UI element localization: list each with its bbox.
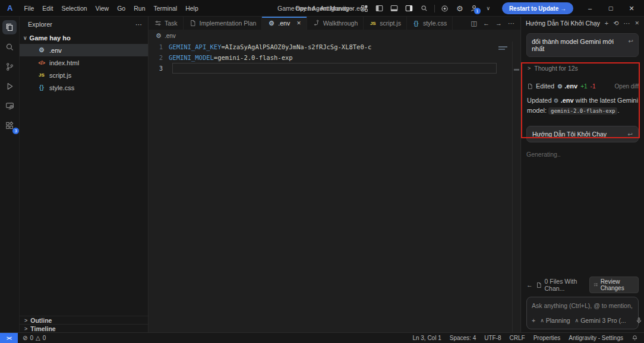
back-icon[interactable]: ←	[526, 281, 533, 288]
file-item-env[interactable]: ⚙ .env	[20, 44, 148, 56]
tab-style-css[interactable]: {} style.css	[407, 17, 453, 30]
css-file-icon: {}	[412, 20, 420, 27]
menu-help[interactable]: Help	[181, 3, 203, 14]
chevron-right-icon: >	[24, 317, 27, 323]
timeline-label: Timeline	[30, 325, 55, 332]
menu-run[interactable]: Run	[130, 3, 149, 14]
activity-remote-preview-icon[interactable]	[2, 99, 17, 113]
menu-view[interactable]: View	[91, 3, 113, 14]
timeline-section[interactable]: > Timeline	[20, 324, 148, 332]
menu-selection[interactable]: Selection	[57, 3, 91, 14]
toggle-secondary-sidebar-icon[interactable]	[405, 4, 414, 13]
activity-run-debug-icon[interactable]	[2, 79, 17, 93]
chat-input[interactable]	[532, 302, 633, 309]
activity-source-control-icon[interactable]	[2, 59, 17, 74]
chevron-down-icon[interactable]: ∨	[484, 4, 493, 13]
tab-task[interactable]: Task	[149, 17, 184, 30]
tab-implementation-plan[interactable]: Implementation Plan	[184, 17, 263, 30]
revert-icon[interactable]: ↩	[629, 38, 633, 52]
toggle-panel-icon[interactable]	[390, 4, 399, 13]
microphone-icon[interactable]	[636, 317, 642, 324]
file-item-script-js[interactable]: JS script.js	[20, 69, 148, 81]
agent-manager-icon[interactable]	[360, 4, 370, 13]
js-file-icon: JS	[37, 72, 46, 78]
edited-file[interactable]: ⚙ .env	[557, 82, 577, 90]
history-icon[interactable]: ⟲	[613, 20, 618, 27]
current-line-highlight	[172, 63, 497, 74]
notifications-bell-icon[interactable]	[632, 335, 638, 341]
indentation[interactable]: Spaces: 4	[450, 335, 476, 341]
menu-edit[interactable]: Edit	[38, 3, 57, 14]
navigate-back-icon[interactable]: ←	[483, 20, 490, 27]
breadcrumb[interactable]: ⚙ .env	[149, 30, 520, 42]
errors-icon[interactable]: ⊘	[23, 335, 27, 341]
gear-file-icon: ⚙	[37, 46, 46, 54]
editor-scrollbar[interactable]	[512, 42, 520, 332]
code-editor[interactable]: 1 GEMINI_API_KEY=AIzaSyAgAlPSAOZ0yJmNa-s…	[149, 42, 520, 332]
editor-more-icon[interactable]: ⋯	[508, 20, 514, 27]
folder-game-hay-ho[interactable]: ∨ Game hay ho	[20, 32, 148, 44]
explorer-sidebar: Explorer ⋯ ∨ Game hay ho ⚙ .env </> inde…	[19, 17, 149, 332]
close-window-button[interactable]: ✕	[624, 5, 639, 12]
navigate-forward-icon[interactable]: →	[495, 20, 502, 27]
open-agent-manager-button[interactable]: Open Agent Manager	[295, 5, 355, 12]
account-icon[interactable]: 1	[470, 4, 478, 12]
title-bar: A File Edit Selection View Go Run Termin…	[0, 0, 644, 17]
warnings-icon[interactable]: △	[36, 335, 40, 341]
close-panel-icon[interactable]: ✕	[634, 20, 639, 26]
agent-orb-icon[interactable]	[440, 4, 450, 13]
main-area: 3 Explorer ⋯ ∨ Game hay ho ⚙ .env </> in…	[0, 17, 644, 332]
minimize-button[interactable]: –	[582, 5, 598, 12]
tab-label: script.js	[380, 20, 401, 27]
planning-mode-dropdown[interactable]: ∧ Planning	[540, 317, 570, 324]
language-mode[interactable]: Properties	[533, 335, 561, 341]
new-chat-icon[interactable]: +	[605, 20, 608, 27]
menu-go[interactable]: Go	[113, 3, 130, 14]
activity-extensions-icon[interactable]: 3	[2, 118, 17, 132]
document-icon	[527, 83, 533, 90]
search-icon[interactable]	[419, 4, 429, 13]
tab-walkthrough[interactable]: Walkthrough	[307, 17, 364, 30]
restart-to-update-button[interactable]: Restart to Update →	[502, 2, 573, 14]
eol-sequence[interactable]: CRLF	[510, 335, 525, 341]
review-changes-button[interactable]: Review Changes	[589, 277, 639, 293]
close-tab-icon[interactable]: ✕	[296, 20, 301, 26]
tab-env[interactable]: ⚙ .env ✕	[262, 17, 307, 30]
maximize-button[interactable]: ▢	[603, 5, 618, 11]
menu-terminal[interactable]: Terminal	[149, 3, 181, 14]
add-context-icon[interactable]: +	[532, 317, 535, 324]
menu-file[interactable]: File	[20, 3, 38, 14]
folder-label: Game hay ho	[30, 34, 71, 42]
suggestion-button[interactable]: Hướng Dẫn Tôi Khởi Chạy ↩	[526, 126, 639, 142]
gear-file-icon: ⚙	[557, 83, 563, 90]
panel-more-icon[interactable]: ⋯	[623, 20, 630, 27]
gear-file-icon: ⚙	[554, 97, 559, 104]
file-item-style-css[interactable]: {} style.css	[20, 81, 148, 94]
activity-explorer-icon[interactable]	[2, 20, 17, 34]
outline-section[interactable]: > Outline	[20, 316, 148, 324]
remote-indicator[interactable]: ><	[0, 333, 18, 343]
chevron-right-icon: >	[24, 326, 27, 332]
errors-count[interactable]: 0	[30, 335, 33, 341]
explorer-more-icon[interactable]: ⋯	[135, 21, 142, 28]
file-item-index-html[interactable]: </> index.html	[20, 56, 148, 69]
minimap[interactable]	[497, 45, 510, 68]
activity-search-icon[interactable]	[2, 40, 17, 54]
toggle-sidebar-icon[interactable]	[375, 4, 384, 13]
antigravity-settings[interactable]: Antigravity - Settings	[569, 335, 623, 341]
gear-icon[interactable]: ⚙	[455, 4, 465, 13]
tab-label: style.css	[423, 20, 447, 27]
file-label: .env	[49, 47, 62, 54]
chat-input-box[interactable]: + ∧ Planning ∧ Gemini 3 Pro (...	[526, 297, 639, 329]
cursor-position[interactable]: Ln 3, Col 1	[412, 335, 441, 341]
thought-toggle[interactable]: > Thought for 12s	[528, 65, 639, 72]
user-message-text: đổi thành model Gemini mới nhất	[532, 38, 625, 52]
chevron-up-icon: ∧	[575, 317, 579, 323]
model-dropdown[interactable]: ∧ Gemini 3 Pro (...	[575, 317, 626, 324]
summary-file[interactable]: .env	[561, 97, 574, 104]
open-diff-button[interactable]: Open diff	[615, 83, 639, 90]
warnings-count[interactable]: 0	[43, 335, 46, 341]
split-editor-icon[interactable]: ◫	[471, 20, 477, 27]
encoding[interactable]: UTF-8	[484, 335, 501, 341]
tab-script-js[interactable]: JS script.js	[364, 17, 407, 30]
